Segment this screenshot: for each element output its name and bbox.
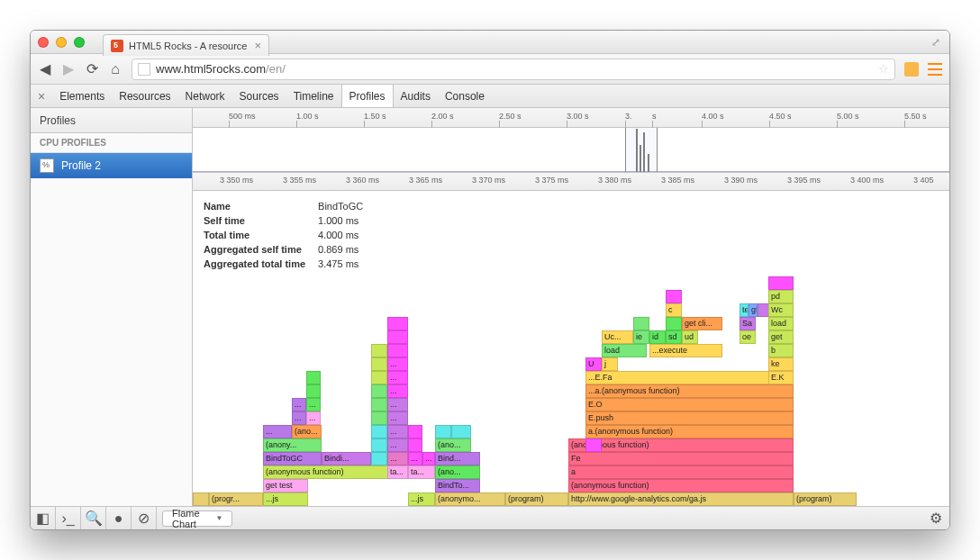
minimize-window-button[interactable] — [56, 37, 67, 48]
overview-ruler[interactable]: 500 ms1.00 s1.50 s2.00 s2.50 s3.00 s3.s4… — [193, 108, 949, 128]
flame-cell[interactable]: Sa — [740, 317, 756, 330]
overview-selection[interactable] — [625, 128, 658, 172]
flame-cell[interactable]: ... — [422, 452, 435, 465]
flame-cell[interactable]: ... — [387, 438, 408, 452]
flame-cell[interactable]: ...execute — [649, 344, 722, 357]
flame-cell[interactable]: ... — [387, 425, 408, 438]
flame-cell[interactable]: ...js — [263, 492, 308, 506]
flame-cell[interactable]: a — [568, 465, 794, 479]
devtools-tab-profiles[interactable]: Profiles — [341, 85, 394, 107]
flame-cell[interactable]: te — [740, 303, 749, 317]
flame-cell[interactable]: ...E.Fa — [585, 371, 794, 384]
home-button[interactable]: ⌂ — [108, 62, 122, 77]
flame-cell[interactable]: ... — [408, 452, 422, 465]
flame-cell[interactable]: c — [666, 303, 682, 317]
devtools-tab-audits[interactable]: Audits — [394, 85, 438, 107]
flame-cell[interactable]: ta... — [408, 465, 435, 479]
devtools-tab-console[interactable]: Console — [438, 85, 492, 107]
flame-cell[interactable] — [371, 398, 387, 411]
flame-cell[interactable]: BindTo... — [435, 479, 480, 492]
flame-cell[interactable]: (anonymous function) — [568, 479, 794, 492]
flame-cell[interactable] — [371, 384, 387, 398]
dock-icon[interactable]: ◧ — [31, 507, 56, 529]
flame-cell[interactable]: ... — [387, 411, 408, 425]
back-button[interactable]: ◀ — [38, 62, 52, 77]
flame-cell[interactable]: ... — [387, 452, 408, 465]
devtools-tab-elements[interactable]: Elements — [52, 85, 112, 107]
reload-button[interactable]: ⟳ — [85, 62, 99, 77]
flame-cell[interactable]: ... — [306, 411, 321, 425]
flame-cell[interactable] — [768, 276, 794, 290]
devtools-tab-network[interactable]: Network — [178, 85, 232, 107]
flame-cell[interactable]: ... — [292, 398, 306, 411]
flame-cell[interactable]: Bind... — [435, 452, 480, 465]
flame-cell[interactable]: pd — [768, 290, 794, 303]
flame-cell[interactable]: ... — [306, 398, 321, 411]
flame-cell[interactable]: E.push — [585, 411, 794, 425]
flame-cell[interactable]: ke — [768, 357, 794, 371]
extension-icon[interactable] — [904, 62, 919, 77]
flame-cell[interactable]: ... — [292, 411, 306, 425]
record-icon[interactable]: ● — [106, 507, 132, 529]
flame-cell[interactable]: ...js — [408, 492, 435, 506]
flame-cell[interactable]: ta... — [387, 465, 408, 479]
flame-cell[interactable]: gf — [749, 303, 758, 317]
flame-cell[interactable] — [633, 317, 649, 330]
console-icon[interactable]: ›_ — [56, 507, 81, 529]
zoom-window-button[interactable] — [74, 37, 85, 48]
devtools-tab-timeline[interactable]: Timeline — [286, 85, 341, 107]
flame-cell[interactable]: Fe — [568, 452, 794, 465]
flame-cell[interactable]: Uc... — [602, 330, 633, 344]
flame-cell[interactable] — [371, 411, 387, 425]
flame-cell[interactable]: id — [649, 330, 666, 344]
flame-cell[interactable]: ie — [633, 330, 649, 344]
address-bar[interactable]: www.html5rocks.com/en/ ☆ — [132, 59, 895, 80]
flame-cell[interactable] — [666, 317, 682, 330]
flame-cell[interactable]: b — [768, 344, 794, 357]
flame-cell[interactable] — [371, 344, 387, 357]
flame-cell[interactable] — [306, 384, 321, 398]
flame-cell[interactable]: E.O — [585, 398, 794, 411]
detail-ruler[interactable]: 3 350 ms3 355 ms3 360 ms3 365 ms3 370 ms… — [193, 173, 949, 191]
gear-icon[interactable]: ⚙ — [930, 510, 942, 527]
flame-cell[interactable]: ... — [387, 384, 408, 398]
profile-item[interactable]: Profile 2 — [31, 153, 192, 178]
bookmark-star-icon[interactable]: ☆ — [878, 62, 889, 76]
flame-cell[interactable]: (anony... — [263, 438, 322, 452]
flame-cell[interactable]: U — [585, 357, 602, 371]
flame-cell[interactable]: (anonymo... — [435, 492, 505, 506]
flame-cell[interactable]: (program) — [505, 492, 568, 506]
flame-cell[interactable] — [387, 317, 408, 330]
close-window-button[interactable] — [38, 37, 49, 48]
flame-cell[interactable]: ud — [682, 330, 698, 344]
flame-cell[interactable]: ... — [387, 398, 408, 411]
flame-cell[interactable] — [435, 425, 451, 438]
flame-cell[interactable]: get — [768, 330, 794, 344]
search-icon[interactable]: 🔍 — [81, 507, 106, 529]
flame-cell[interactable] — [371, 371, 387, 384]
flame-cell[interactable]: (ano... — [435, 465, 480, 479]
flame-cell[interactable] — [585, 438, 602, 452]
devtools-tab-sources[interactable]: Sources — [232, 85, 286, 107]
overview-strip[interactable] — [193, 128, 949, 173]
view-select[interactable]: Flame Chart ▼ — [162, 510, 232, 527]
flame-cell[interactable]: (anonymous function) — [263, 465, 407, 479]
flame-cell[interactable] — [451, 425, 471, 438]
flame-cell[interactable]: sd — [666, 330, 682, 344]
devtools-tab-resources[interactable]: Resources — [112, 85, 177, 107]
flame-cell[interactable]: (ano... — [292, 425, 322, 438]
flame-cell[interactable]: ...a.(anonymous function) — [585, 384, 794, 398]
flame-cell[interactable] — [387, 344, 408, 357]
clear-icon[interactable]: ⊘ — [132, 507, 157, 529]
flame-cell[interactable]: load — [768, 317, 794, 330]
flame-cell[interactable] — [371, 425, 387, 438]
flame-cell[interactable]: ... — [263, 425, 292, 438]
flame-cell[interactable] — [408, 438, 422, 452]
flame-cell[interactable] — [306, 371, 321, 384]
forward-button[interactable]: ▶ — [61, 62, 76, 77]
flame-cell[interactable] — [387, 330, 408, 344]
flame-cell[interactable]: BindToGC — [263, 452, 322, 465]
flame-cell[interactable]: ... — [387, 357, 408, 371]
flame-cell[interactable] — [371, 438, 387, 452]
flame-cell[interactable] — [371, 452, 387, 465]
